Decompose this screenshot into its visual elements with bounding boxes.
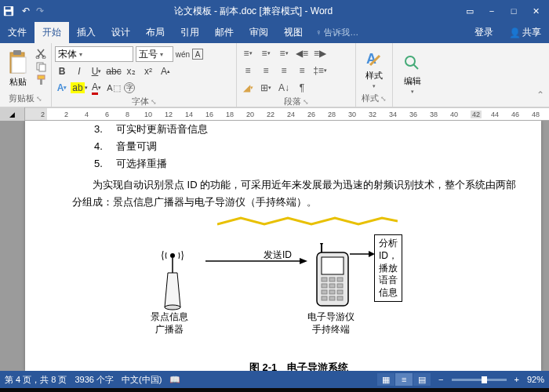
page[interactable]: 3.可实时更新语音信息 4.音量可调 5.可选择重播 为实现自动识别景点 ID …	[25, 121, 541, 371]
shading-icon[interactable]: ◢▾	[240, 81, 256, 95]
char-shading-icon[interactable]: A⬚	[107, 81, 121, 95]
line-spacing-icon[interactable]: ‡≡▾	[312, 64, 328, 78]
svg-rect-27	[329, 284, 335, 288]
list-num: 3.	[94, 121, 105, 138]
group-editing: 编辑 ▾	[393, 43, 432, 107]
tab-design[interactable]: 设计	[104, 22, 138, 43]
tab-file[interactable]: 文件	[0, 22, 35, 43]
clipboard-launcher-icon[interactable]: ⤡	[36, 95, 42, 103]
editing-label	[396, 103, 429, 105]
share-button[interactable]: 👤共享	[501, 22, 549, 43]
collapse-ribbon-icon[interactable]: ⌃	[533, 88, 547, 102]
group-clipboard: 粘贴 剪贴板⤡	[0, 43, 52, 107]
para-launcher-icon[interactable]: ⤡	[303, 98, 309, 106]
tab-home[interactable]: 开始	[35, 22, 69, 43]
highlight-icon[interactable]: ab▾	[72, 81, 86, 95]
tab-insert[interactable]: 插入	[69, 22, 104, 43]
list-item: 可选择重播	[116, 155, 167, 172]
sort-icon[interactable]: A↓	[276, 81, 292, 95]
enclose-char-icon[interactable]: 字	[124, 82, 135, 93]
quick-undo-icon[interactable]: ↶	[22, 5, 30, 16]
ruler-row: ◢ 2 246810121416182022242628303234363840…	[0, 107, 549, 121]
diagram: 景点信息广播器 发送ID 电子导游仪手持终端 分析ID，播放语音信息	[72, 216, 525, 345]
antenna-label: 景点信息广播器	[151, 311, 188, 336]
show-marks-icon[interactable]: ¶	[294, 81, 310, 95]
login-button[interactable]: 登录	[467, 22, 501, 43]
zoom-in-button[interactable]: +	[514, 375, 519, 384]
tab-view[interactable]: 视图	[276, 22, 311, 43]
char-border-icon[interactable]: A	[192, 49, 203, 60]
maximize-icon[interactable]: □	[504, 3, 524, 19]
list-item: 音量可调	[116, 138, 157, 155]
svg-rect-25	[337, 278, 343, 281]
styles-button[interactable]: A 样式 ▾	[359, 45, 389, 92]
tab-review[interactable]: 审阅	[242, 22, 276, 43]
tab-mailings[interactable]: 邮件	[207, 22, 242, 43]
view-read-icon[interactable]: ▦	[377, 373, 394, 386]
align-left-icon[interactable]: ≡	[240, 64, 256, 78]
numbering-icon[interactable]: ≡▾	[258, 46, 274, 60]
editing-button[interactable]: 编辑 ▾	[396, 45, 429, 103]
status-words[interactable]: 3936 个字	[75, 374, 114, 386]
tab-references[interactable]: 引用	[173, 22, 207, 43]
paste-button[interactable]: 粘贴	[3, 45, 33, 92]
status-proof-icon[interactable]: 📖	[169, 375, 180, 385]
font-launcher-icon[interactable]: ⤡	[151, 98, 157, 106]
quick-redo-icon[interactable]: ↷	[36, 5, 44, 16]
bold-button[interactable]: B	[55, 64, 69, 78]
status-page[interactable]: 第 4 页，共 8 页	[5, 374, 67, 386]
svg-rect-30	[329, 290, 335, 294]
view-print-icon[interactable]: ≡	[395, 373, 413, 386]
align-right-icon[interactable]: ≡	[276, 64, 292, 78]
editing-btn-label: 编辑	[404, 75, 421, 87]
horizontal-ruler[interactable]: 2 24681012141618202224262830323436384042…	[25, 107, 549, 121]
find-icon	[402, 53, 423, 74]
format-painter-icon[interactable]	[35, 74, 48, 85]
group-paragraph: ≡▾ ≡▾ ≡▾ ◀≡ ≡▶ ≡ ≡ ≡ ≡ ‡≡▾ ◢▾ ⊞▾ A↓ ¶ 段落…	[237, 43, 356, 107]
window-title: 论文模板 - 副本.doc [兼容模式] - Word	[47, 5, 460, 18]
group-styles: A 样式 ▾ 样式⤡	[356, 43, 393, 107]
borders-icon[interactable]: ⊞▾	[258, 81, 274, 95]
copy-icon[interactable]	[35, 61, 48, 72]
subscript-button[interactable]: x₂	[124, 64, 138, 78]
underline-button[interactable]: U▾	[89, 64, 104, 78]
vertical-ruler[interactable]	[0, 121, 25, 371]
superscript-button[interactable]: x²	[141, 64, 155, 78]
font-name-combo[interactable]: 宋体▾	[55, 46, 133, 62]
lightning-icon	[217, 213, 398, 229]
tell-me[interactable]: ♀ 告诉我…	[311, 22, 363, 43]
italic-button[interactable]: I	[72, 64, 86, 78]
styles-launcher-icon[interactable]: ⤡	[380, 95, 387, 103]
status-lang[interactable]: 中文(中国)	[122, 374, 162, 386]
font-label: 字体	[132, 96, 149, 107]
paragraph-text: 为实现自动识别景点 ID 的功能，可采用近年来发展最为迅速的射频识别技术，整个系…	[72, 176, 525, 211]
multilevel-icon[interactable]: ≡▾	[276, 46, 292, 60]
indent-dec-icon[interactable]: ◀≡	[294, 46, 310, 60]
font-size-combo[interactable]: 五号▾	[136, 46, 173, 62]
svg-rect-33	[329, 296, 335, 300]
phone-icon	[314, 243, 351, 309]
align-center-icon[interactable]: ≡	[258, 64, 274, 78]
styles-label: 样式	[362, 93, 379, 104]
minimize-icon[interactable]: −	[482, 3, 502, 19]
zoom-value[interactable]: 92%	[527, 375, 544, 384]
svg-rect-4	[13, 50, 21, 55]
text-effects-icon[interactable]: A▾	[55, 81, 69, 95]
close-icon[interactable]: ✕	[525, 3, 546, 19]
tab-layout[interactable]: 布局	[138, 22, 173, 43]
list-num: 4.	[94, 138, 105, 155]
zoom-out-button[interactable]: −	[438, 375, 443, 384]
bullets-icon[interactable]: ≡▾	[240, 46, 256, 60]
phonetic-guide-icon[interactable]: wén	[176, 47, 190, 61]
strike-button[interactable]: abc	[107, 64, 121, 78]
indent-inc-icon[interactable]: ≡▶	[312, 46, 328, 60]
zoom-slider[interactable]	[452, 379, 507, 381]
view-web-icon[interactable]: ▤	[413, 373, 431, 386]
save-icon[interactable]	[3, 5, 14, 16]
font-color-icon[interactable]: A▾	[89, 81, 104, 95]
align-justify-icon[interactable]: ≡	[294, 64, 310, 78]
ruler-neg: 2	[25, 108, 47, 120]
ribbon-options-icon[interactable]: ▭	[460, 3, 480, 19]
cut-icon[interactable]	[35, 48, 48, 59]
font-grow-icon[interactable]: A▴	[158, 64, 173, 78]
